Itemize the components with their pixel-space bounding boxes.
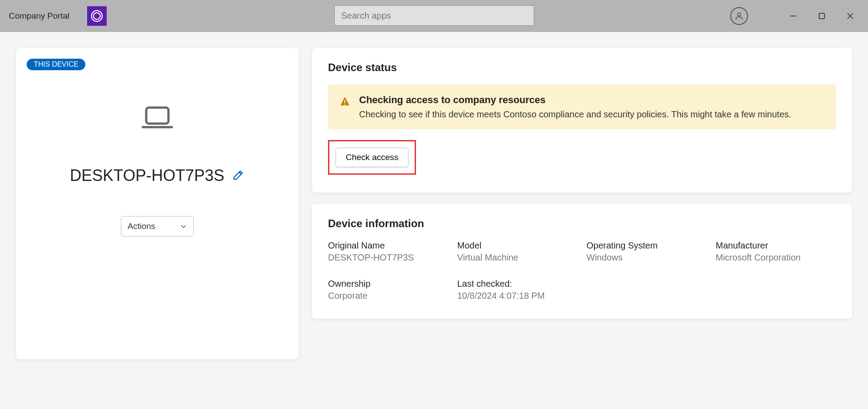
svg-point-2 — [737, 13, 740, 16]
info-value: 10/8/2024 4:07:18 PM — [457, 291, 578, 301]
maximize-button[interactable] — [816, 11, 827, 21]
info-item-manufacturer: Manufacturer Microsoft Corporation — [716, 241, 836, 263]
info-label: Operating System — [587, 241, 707, 251]
app-logo — [87, 6, 107, 26]
info-item-os: Operating System Windows — [587, 241, 707, 263]
app-title: Company Portal — [9, 11, 69, 21]
svg-point-1 — [94, 13, 100, 20]
info-label: Last checked: — [457, 279, 578, 289]
device-status-title: Device status — [328, 61, 836, 74]
titlebar-right — [730, 0, 868, 32]
this-device-badge: THIS DEVICE — [27, 59, 85, 70]
right-column: Device status Checking access to company… — [312, 48, 852, 359]
banner-title: Checking access to company resources — [359, 94, 791, 106]
check-access-button[interactable]: Check access — [336, 148, 408, 167]
svg-rect-10 — [344, 100, 345, 103]
person-icon — [734, 11, 744, 21]
close-button[interactable] — [845, 11, 856, 21]
close-icon — [847, 12, 854, 20]
banner-desc: Checking to see if this device meets Con… — [359, 109, 791, 120]
check-access-highlight: Check access — [328, 140, 416, 175]
info-value: DESKTOP-HOT7P3S — [328, 253, 448, 263]
banner-text: Checking access to company resources Che… — [359, 94, 791, 120]
info-grid: Original Name DESKTOP-HOT7P3S Model Virt… — [328, 241, 836, 301]
info-value: Virtual Machine — [457, 253, 578, 263]
info-item-ownership: Ownership Corporate — [328, 279, 448, 301]
warning-icon — [340, 96, 350, 108]
maximize-icon — [818, 12, 825, 20]
svg-rect-4 — [819, 13, 824, 19]
info-label: Manufacturer — [716, 241, 836, 251]
search-input[interactable] — [334, 5, 534, 26]
chevron-down-icon — [180, 223, 187, 230]
titlebar: Company Portal — [0, 0, 868, 32]
laptop-icon — [142, 106, 173, 131]
info-value: Corporate — [328, 291, 448, 301]
device-status-card: Device status Checking access to company… — [312, 48, 852, 192]
info-value: Microsoft Corporation — [716, 253, 836, 263]
pencil-icon — [232, 168, 245, 181]
info-item-original-name: Original Name DESKTOP-HOT7P3S — [328, 241, 448, 263]
actions-label: Actions — [128, 221, 155, 231]
company-portal-logo-icon — [90, 9, 104, 23]
device-info-card: Device information Original Name DESKTOP… — [312, 204, 852, 319]
window-controls — [788, 11, 868, 21]
device-info-title: Device information — [328, 217, 836, 230]
info-value: Windows — [587, 253, 707, 263]
avatar-button[interactable] — [730, 7, 748, 25]
minimize-icon — [790, 12, 797, 20]
content: THIS DEVICE DESKTOP-HOT7P3S Actions — [0, 32, 868, 359]
device-card: THIS DEVICE DESKTOP-HOT7P3S Actions — [16, 48, 299, 359]
actions-dropdown[interactable]: Actions — [121, 216, 194, 237]
info-label: Model — [457, 241, 578, 251]
info-item-model: Model Virtual Machine — [457, 241, 578, 263]
minimize-button[interactable] — [788, 11, 799, 21]
device-name-row: DESKTOP-HOT7P3S — [70, 166, 244, 185]
svg-rect-7 — [146, 108, 168, 124]
svg-rect-11 — [344, 104, 345, 104]
device-name: DESKTOP-HOT7P3S — [70, 166, 224, 185]
info-label: Original Name — [328, 241, 448, 251]
search-container — [334, 5, 534, 26]
status-banner: Checking access to company resources Che… — [328, 84, 836, 129]
edit-name-button[interactable] — [232, 168, 245, 183]
info-label: Ownership — [328, 279, 448, 289]
info-item-last-checked: Last checked: 10/8/2024 4:07:18 PM — [457, 279, 578, 301]
